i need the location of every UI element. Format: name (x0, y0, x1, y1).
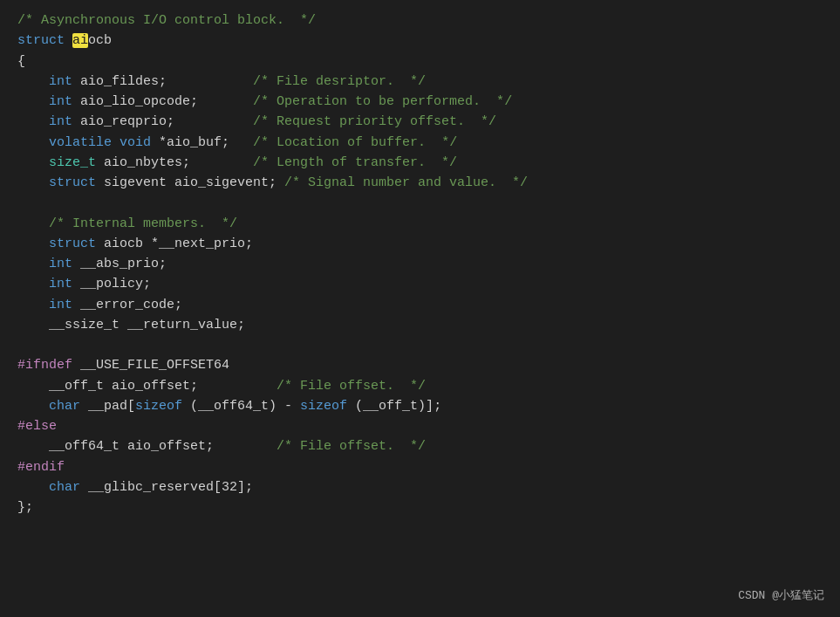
code-line-10 (17, 193, 823, 213)
code-line-19: __off_t aio_offset; /* File offset. */ (17, 376, 823, 396)
code-line-8: size_t aio_nbytes; /* Length of transfer… (17, 153, 823, 173)
code-line-14: int __policy; (17, 274, 823, 294)
code-container: /* Asynchronous I/O control block. */ st… (0, 0, 840, 617)
code-line-5: int aio_lio_opcode; /* Operation to be p… (17, 92, 823, 112)
code-line-13: int __abs_prio; (17, 254, 823, 274)
cursor-aiocb: ai (72, 33, 88, 48)
code-line-24: char __glibc_reserved[32]; (17, 477, 823, 497)
code-line-11: /* Internal members. */ (17, 214, 823, 234)
code-line-7: volatile void *aio_buf; /* Location of b… (17, 133, 823, 153)
code-line-22: __off64_t aio_offset; /* File offset. */ (17, 436, 823, 456)
comment-1: /* Asynchronous I/O control block. */ (17, 13, 316, 28)
code-line-21: #else (17, 416, 823, 436)
code-line-9: struct sigevent aio_sigevent; /* Signal … (17, 173, 823, 193)
code-line-15: int __error_code; (17, 295, 823, 315)
code-line-6: int aio_reqprio; /* Request priority off… (17, 112, 823, 132)
code-line-18: #ifndef __USE_FILE_OFFSET64 (17, 355, 823, 375)
code-line-1: /* Asynchronous I/O control block. */ (17, 10, 823, 31)
code-line-2: struct aiocb (17, 31, 823, 51)
code-line-3: { (17, 51, 823, 72)
code-line-16: __ssize_t __return_value; (17, 315, 823, 335)
code-line-25: }; (17, 497, 823, 518)
code-line-4: int aio_fildes; /* File desriptor. */ (17, 72, 823, 92)
code-line-23: #endif (17, 457, 823, 477)
kw-struct-1: struct (17, 33, 65, 48)
code-line-17 (17, 335, 823, 355)
watermark: CSDN @小猛笔记 (738, 587, 824, 605)
code-line-20: char __pad[sizeof (__off64_t) - sizeof (… (17, 396, 823, 416)
code-line-12: struct aiocb *__next_prio; (17, 234, 823, 254)
